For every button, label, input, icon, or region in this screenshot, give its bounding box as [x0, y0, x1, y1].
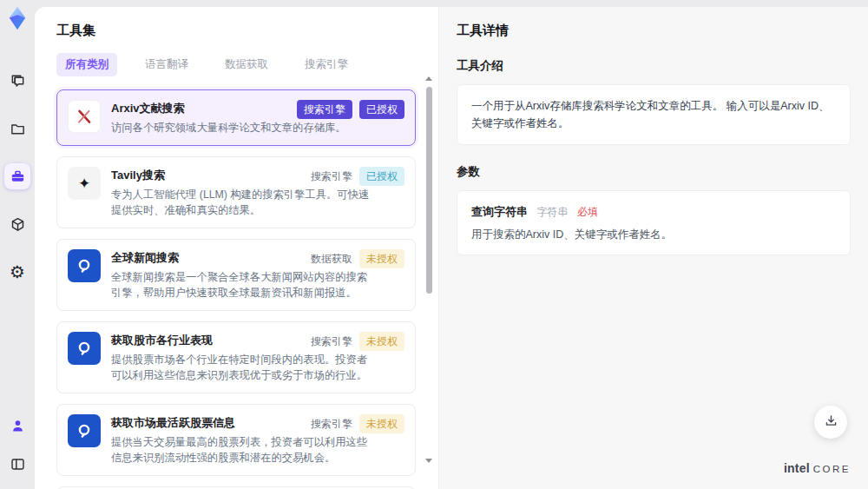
category-badge: 搜索引擎 [297, 100, 352, 119]
cube-icon[interactable] [4, 211, 30, 237]
details-title: 工具详情 [457, 23, 851, 39]
tool-card[interactable]: 获取市场最活跃股票信息提供当天交易量最高的股票列表，投资者可以利用这些信息来识别… [56, 404, 416, 476]
category-badge: 搜索引擎 [311, 167, 352, 186]
param-required-badge: 必填 [577, 206, 598, 218]
param-type: 字符串 [536, 206, 568, 218]
param-name: 查询字符串 [471, 205, 528, 218]
app-logo-icon [4, 5, 30, 31]
tool-card-badges: 搜索引擎已授权 [297, 100, 404, 119]
chat-icon[interactable] [4, 68, 30, 94]
tab-data-acquisition[interactable]: 数据获取 [216, 53, 277, 76]
tool-card-description: 全球新闻搜索是一个聚合全球各大新闻网站内容的搜索引擎，帮助用户快速获取全球最新资… [111, 269, 372, 301]
page-title: 工具集 [56, 23, 416, 39]
arxiv-logo-icon [68, 100, 101, 133]
tool-card-description: 提供当天交易量最高的股票列表，投资者可以利用这些信息来识别流动性强的股票和潜在的… [111, 434, 372, 466]
tool-card[interactable]: 获取股市各行业表现提供股票市场各个行业在特定时间段内的表现。投资者可以利用这些信… [56, 321, 416, 393]
settings-gear-icon[interactable]: ⚙ [4, 259, 30, 285]
intel-core-logo: intel CORE [784, 461, 851, 475]
tool-card-description: 专为人工智能代理 (LLM) 构建的搜索引擎工具。可快速提供实时、准确和真实的结… [111, 187, 372, 218]
intro-heading: 工具介绍 [457, 58, 851, 74]
app-surface: 工具集 所有类别 语言翻译 数据获取 搜索引擎 Arxiv文献搜索访问各个研究领… [35, 7, 868, 489]
auth-status-badge: 未授权 [359, 249, 404, 268]
auth-status-badge: 已授权 [359, 100, 404, 119]
tab-all-categories[interactable]: 所有类别 [56, 53, 117, 76]
tool-card-description: 访问各个研究领域大量科学论文和文章的存储库。 [111, 120, 372, 135]
scrollbar-down-arrow-icon[interactable] [425, 459, 432, 463]
q-news-app-icon [68, 332, 101, 365]
tavily-star-glyph: ✦ [78, 175, 90, 193]
toolbox-icon[interactable] [4, 163, 30, 189]
panel-toggle-icon[interactable] [4, 451, 30, 477]
category-badge: 搜索引擎 [311, 414, 352, 433]
tool-card-badges: 搜索引擎已授权 [311, 167, 404, 186]
folder-icon[interactable] [4, 116, 30, 142]
category-tabs: 所有类别 语言翻译 数据获取 搜索引擎 [56, 53, 416, 76]
category-badge: 搜索引擎 [311, 332, 352, 351]
q-news-app-icon [68, 249, 101, 282]
tool-card[interactable]: ✦Tavily搜索专为人工智能代理 (LLM) 构建的搜索引擎工具。可快速提供实… [56, 156, 416, 228]
tool-card[interactable]: 全球新闻搜索全球新闻搜索是一个聚合全球各大新闻网站内容的搜索引擎，帮助用户快速获… [56, 239, 416, 311]
tool-card-badges: 搜索引擎未授权 [311, 414, 404, 433]
category-badge: 数据获取 [311, 249, 352, 268]
tool-card[interactable]: Arxiv文献搜索访问各个研究领域大量科学论文和文章的存储库。搜索引擎已授权 [56, 89, 416, 146]
tool-card-description: 提供股票市场各个行业在特定时间段内的表现。投资者可以利用这些信息来识别表现优于或… [111, 352, 372, 383]
param-box: 查询字符串 字符串 必填 用于搜索的Arxiv ID、关键字或作者姓名。 [457, 190, 851, 255]
intel-logo-text: intel [784, 461, 810, 475]
tab-language-translation[interactable]: 语言翻译 [136, 53, 197, 76]
user-icon[interactable] [4, 413, 30, 439]
params-heading: 参数 [457, 164, 851, 180]
auth-status-badge: 未授权 [359, 414, 404, 433]
left-rail: ⚙ [0, 0, 35, 489]
tool-details-panel: 工具详情 工具介绍 一个用于从Arxiv存储库搜索科学论文和文章的工具。 输入可… [438, 7, 868, 489]
core-logo-text: CORE [813, 464, 851, 474]
q-news-app-icon [68, 414, 101, 447]
auth-status-badge: 已授权 [359, 167, 404, 186]
scrollbar-up-arrow-icon[interactable] [425, 76, 432, 81]
download-icon [824, 413, 838, 432]
tool-card-badges: 搜索引擎未授权 [311, 332, 404, 351]
auth-status-badge: 未授权 [359, 332, 404, 351]
tool-card-badges: 数据获取未授权 [311, 249, 404, 268]
download-button[interactable] [814, 406, 847, 439]
tool-card-list: Arxiv文献搜索访问各个研究领域大量科学论文和文章的存储库。搜索引擎已授权✦T… [56, 89, 416, 489]
tab-search-engine[interactable]: 搜索引擎 [296, 53, 357, 76]
tools-list-panel: 工具集 所有类别 语言翻译 数据获取 搜索引擎 Arxiv文献搜索访问各个研究领… [35, 7, 438, 489]
intro-text: 一个用于从Arxiv存储库搜索科学论文和文章的工具。 输入可以是Arxiv ID… [471, 97, 836, 132]
tavily-star-icon: ✦ [68, 167, 101, 200]
scrollbar-thumb[interactable] [426, 87, 432, 294]
param-description: 用于搜索的Arxiv ID、关键字或作者姓名。 [471, 228, 836, 242]
param-header: 查询字符串 字符串 必填 [471, 203, 836, 220]
intro-box: 一个用于从Arxiv存储库搜索科学论文和文章的工具。 输入可以是Arxiv ID… [457, 84, 851, 145]
